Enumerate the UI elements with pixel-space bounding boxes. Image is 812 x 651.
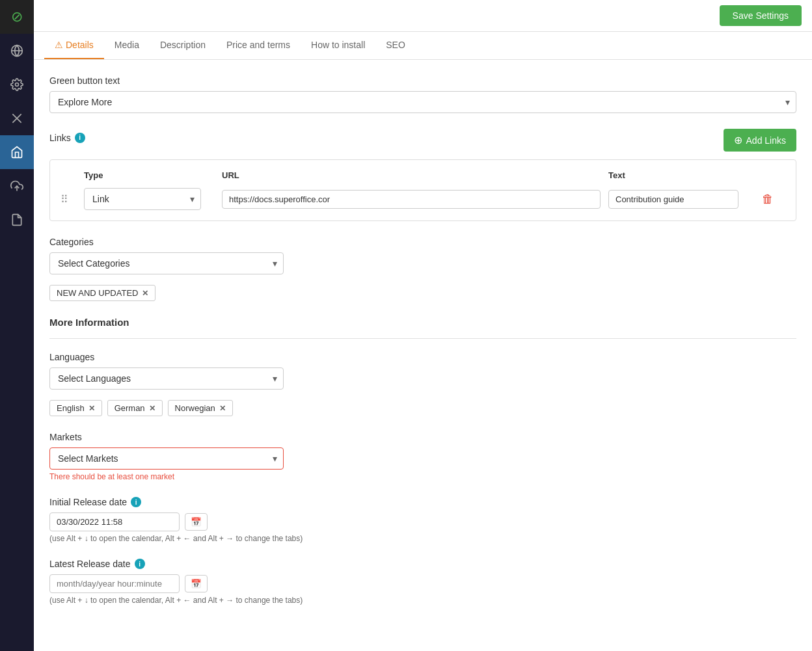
categories-section: Categories Select Categories NEW AND UPD… <box>49 237 796 301</box>
link-url-input[interactable] <box>222 190 601 209</box>
latest-release-date-label: Latest Release date i <box>49 559 796 569</box>
col-url-header: URL <box>222 170 601 180</box>
initial-release-calendar-button[interactable]: 📅 <box>185 513 208 531</box>
globe-icon[interactable] <box>0 34 34 68</box>
calendar-icon: 📅 <box>191 517 202 527</box>
tab-media[interactable]: Media <box>104 32 150 59</box>
topbar: Save Settings <box>34 0 812 32</box>
categories-tags: NEW AND UPDATED ✕ <box>49 280 796 301</box>
tab-description[interactable]: Description <box>150 32 216 59</box>
latest-release-calendar-button[interactable]: 📅 <box>185 575 208 592</box>
language-tag-german: German ✕ <box>107 400 163 416</box>
document-icon[interactable] <box>0 203 34 237</box>
link-type-select[interactable]: Link Video Documentation <box>84 188 201 210</box>
links-header: Links i ⊕ Add Links <box>49 129 796 152</box>
home-icon[interactable] <box>0 135 34 169</box>
english-tag-remove[interactable]: ✕ <box>88 404 95 413</box>
latest-release-date-input[interactable] <box>49 574 180 593</box>
category-tag-remove[interactable]: ✕ <box>142 289 148 298</box>
col-text-header: Text <box>608 170 751 180</box>
initial-release-date-wrapper: 📅 <box>49 512 796 531</box>
tab-price-terms[interactable]: Price and terms <box>216 32 301 59</box>
link-text-input[interactable] <box>608 190 738 209</box>
links-label: Links i <box>49 133 85 143</box>
latest-release-date-hint: (use Alt + ↓ to open the calendar, Alt +… <box>49 596 796 605</box>
links-section: Links i ⊕ Add Links Type URL Text <box>49 129 796 221</box>
tab-warning-icon: ⚠ <box>55 40 63 50</box>
initial-release-date-hint: (use Alt + ↓ to open the calendar, Alt +… <box>49 534 796 543</box>
green-button-text-section: Green button text Explore More Buy Now L… <box>49 75 796 113</box>
delete-link-button[interactable]: 🗑 <box>759 190 776 209</box>
language-tag-english: English ✕ <box>49 400 102 416</box>
tabs-bar: ⚠Details Media Description Price and ter… <box>34 32 812 60</box>
categories-label: Categories <box>49 237 796 247</box>
latest-calendar-icon: 📅 <box>191 579 202 589</box>
tab-how-to-install[interactable]: How to install <box>301 32 375 59</box>
green-button-text-label: Green button text <box>49 75 796 86</box>
tools-icon[interactable] <box>0 101 34 135</box>
section-divider <box>49 338 796 339</box>
category-tag: NEW AND UPDATED ✕ <box>49 285 156 301</box>
save-settings-button[interactable]: Save Settings <box>720 5 802 26</box>
tab-seo[interactable]: SEO <box>375 32 416 59</box>
languages-tags: English ✕ German ✕ Norwegian ✕ <box>49 395 796 416</box>
settings-icon[interactable] <box>0 68 34 101</box>
more-information-title: More Information <box>49 317 796 328</box>
languages-select[interactable]: Select Languages English German Norwegia… <box>49 367 284 390</box>
links-table-headers: Type URL Text <box>61 170 785 180</box>
add-links-button[interactable]: ⊕ Add Links <box>724 129 796 152</box>
table-row: ⠿ Link Video Documentation ▾ <box>61 188 785 210</box>
col-type-header: Type <box>84 170 214 180</box>
svg-point-2 <box>16 83 19 86</box>
main-content: Save Settings ⚠Details Media Description… <box>34 0 812 651</box>
latest-release-date-wrapper: 📅 <box>49 574 796 593</box>
links-table: Type URL Text ⠿ Link Video Doc <box>49 159 796 221</box>
languages-label: Languages <box>49 352 796 362</box>
initial-release-date-section: Initial Release date i 📅 (use Alt + ↓ to… <box>49 497 796 543</box>
languages-section: Languages Select Languages English Germa… <box>49 352 796 416</box>
categories-select[interactable]: Select Categories NEW AND UPDATED FEATUR… <box>49 252 284 274</box>
latest-release-date-section: Latest Release date i 📅 (use Alt + ↓ to … <box>49 559 796 605</box>
drag-handle-icon[interactable]: ⠿ <box>61 194 68 205</box>
language-tag-norwegian: Norwegian ✕ <box>168 400 233 416</box>
initial-release-date-label: Initial Release date i <box>49 497 796 507</box>
tab-details[interactable]: ⚠Details <box>44 32 104 59</box>
logo-icon[interactable]: ⊘ <box>0 0 34 34</box>
sidebar: ⊘ <box>0 0 34 651</box>
markets-error-text: There should be at least one market <box>49 472 796 481</box>
german-tag-remove[interactable]: ✕ <box>149 404 156 413</box>
initial-release-info-icon[interactable]: i <box>131 497 141 507</box>
initial-release-date-input[interactable] <box>49 512 180 531</box>
more-information-section: More Information Languages Select Langua… <box>49 317 796 605</box>
green-button-select-wrapper: Explore More Buy Now Learn More Get Star… <box>49 91 796 113</box>
content-area: Green button text Explore More Buy Now L… <box>34 60 812 651</box>
latest-release-info-icon[interactable]: i <box>135 559 145 569</box>
add-links-plus-icon: ⊕ <box>734 134 742 146</box>
markets-section: Markets Select Markets Global Europe Nor… <box>49 432 796 481</box>
links-info-icon[interactable]: i <box>75 133 85 143</box>
norwegian-tag-remove[interactable]: ✕ <box>219 404 226 413</box>
markets-label: Markets <box>49 432 796 442</box>
markets-select[interactable]: Select Markets Global Europe North Ameri… <box>49 447 284 470</box>
cloud-icon[interactable] <box>0 169 34 203</box>
green-button-select[interactable]: Explore More Buy Now Learn More Get Star… <box>49 91 796 113</box>
